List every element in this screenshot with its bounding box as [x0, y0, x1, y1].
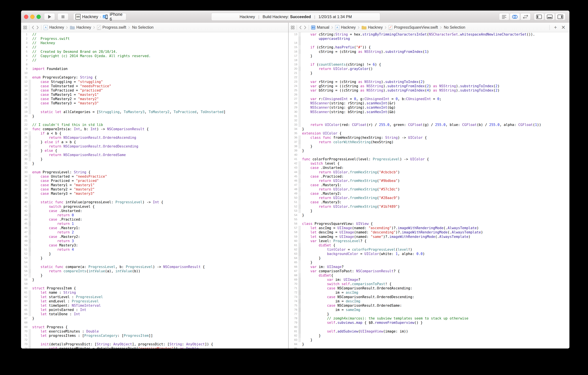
line-number: 39 — [21, 196, 29, 200]
line-number: 67 — [289, 269, 298, 273]
code-line: 66 var im: UIImage? — [289, 265, 569, 269]
xcode-window: 103 Hackney › iPhone 6 Hackney | Build H… — [21, 11, 569, 349]
code-line: 45 case .Practiced: — [289, 174, 569, 179]
focus-ribbon — [298, 230, 301, 234]
focus-ribbon — [298, 217, 301, 221]
focus-ribbon — [29, 247, 31, 252]
line-number: 33 — [21, 170, 29, 174]
run-button[interactable] — [44, 13, 55, 20]
code-line: 53 } — [21, 256, 288, 260]
focus-ribbon — [298, 118, 301, 123]
code-line: 76 im = sameImg — [289, 308, 569, 312]
line-number: 9 — [21, 67, 29, 71]
code-line: 73 case NSComparisonResult.OrderedDescen… — [289, 295, 569, 299]
minimize-window-button[interactable] — [30, 15, 34, 19]
focus-ribbon — [29, 174, 31, 179]
line-number: 40 — [289, 153, 298, 157]
line-number: 62 — [289, 247, 298, 252]
focus-ribbon — [298, 196, 301, 200]
focus-ribbon — [298, 157, 301, 161]
code-line: 14 — [289, 41, 569, 45]
code-line: 50 case Mastery3: — [21, 243, 288, 247]
code-line: 57 let ascImg = UIImage(named: "ascendin… — [289, 226, 569, 230]
line-number: 32 — [289, 118, 298, 123]
related-items-icon[interactable] — [23, 26, 27, 29]
status-project: Hackney — [240, 14, 255, 19]
scheme-selector[interactable]: 103 Hackney › iPhone 6 — [73, 13, 126, 20]
code-line: 50 return UIColor.fromHexString("#28aac9… — [289, 196, 569, 200]
add-assistant-editor-button[interactable]: + — [554, 25, 557, 30]
version-editor-button[interactable] — [520, 13, 531, 20]
focus-ribbon — [298, 260, 301, 265]
assistant-editor-button[interactable] — [510, 13, 520, 20]
focus-ribbon — [298, 75, 301, 79]
source-editor-right[interactable]: 13 var cString:String = hex.stringByTrim… — [289, 32, 569, 349]
focus-ribbon — [29, 316, 31, 320]
line-number: 57 — [289, 226, 298, 230]
toggle-navigator-button[interactable] — [534, 13, 544, 20]
line-number: 58 — [289, 230, 298, 234]
primary-editor-pane: A Hackney Hackney — [21, 23, 288, 349]
line-number: 51 — [21, 247, 29, 252]
focus-ribbon — [298, 213, 301, 217]
breadcrumb-group[interactable]: Hackney — [70, 25, 91, 30]
version-editor-icon — [523, 15, 528, 19]
focus-ribbon — [29, 114, 31, 118]
line-number: 74 — [21, 346, 29, 349]
forward-button[interactable] — [36, 25, 39, 30]
standard-editor-button[interactable] — [499, 13, 509, 20]
line-number: 48 — [21, 235, 29, 239]
stop-button[interactable] — [58, 13, 68, 20]
close-window-button[interactable] — [24, 15, 28, 19]
forward-button[interactable] — [304, 25, 306, 30]
focus-ribbon — [29, 110, 31, 114]
back-button[interactable] — [299, 25, 302, 30]
code-line: 38 } — [289, 144, 569, 148]
code-line: 70 switch self.comparisonToPast! { — [289, 282, 569, 286]
code-line: 61 let name : String — [21, 290, 288, 295]
breadcrumb-assistant-mode[interactable]: Manual — [311, 25, 329, 30]
focus-ribbon — [298, 247, 301, 252]
line-number: 72 — [21, 338, 29, 342]
status-timestamp: 1/20/15 at 1:34 PM — [318, 14, 352, 19]
line-number: 36 — [21, 183, 29, 187]
code-line: 85 — [289, 346, 569, 349]
code-line: 39 — [21, 196, 288, 200]
assistant-mode-icon — [311, 25, 315, 30]
line-number: 64 — [289, 256, 298, 260]
code-line: 74 self.exerciseMinutes = detailsProgres… — [21, 346, 288, 349]
code-line: 49 case .Mastery2: — [289, 191, 569, 196]
focus-ribbon — [29, 105, 31, 110]
breadcrumb-group[interactable]: Hackney — [362, 25, 383, 30]
breadcrumb-file[interactable]: SWIFT ProgressSquareView.swift — [388, 25, 438, 30]
code-line: 69 var im: UIImage? — [289, 277, 569, 282]
code-line: 72 im = ascImg — [289, 290, 569, 295]
status-build-result: Succeeded — [290, 14, 311, 19]
toggle-utilities-button[interactable] — [555, 13, 566, 20]
code-line: 3// Hackney — [21, 41, 288, 45]
debug-panel-icon — [547, 14, 553, 19]
code-line: 71 case NSComparisonResult.OrderedAscend… — [289, 286, 569, 290]
close-assistant-editor-button[interactable]: ✕ — [561, 25, 566, 30]
focus-ribbon — [29, 92, 31, 97]
breadcrumb-selection[interactable]: No Selection — [444, 25, 465, 30]
code-line: 29 return NSComparisonResult.OrderedSame — [21, 153, 288, 157]
line-number: 19 — [21, 110, 29, 114]
related-items-icon[interactable] — [291, 26, 294, 29]
breadcrumb-project[interactable]: A Hackney — [335, 25, 356, 30]
code-line: 42 case .Unstarted: — [21, 209, 288, 213]
focus-ribbon — [29, 312, 31, 316]
back-button[interactable] — [32, 25, 34, 30]
source-editor-left[interactable]: 1//2// Progress.swift3// Hackney4//5// C… — [21, 32, 288, 349]
breadcrumb-file[interactable]: SWIFT Progress.swift — [97, 25, 126, 30]
code-line: 23 var rString = (cString as NSString).s… — [289, 80, 569, 84]
toggle-debug-area-button[interactable] — [545, 13, 555, 20]
code-line: 16 case ToMastery2 = "mastery2" — [21, 97, 288, 101]
activity-viewer[interactable]: Hackney | Build Hackney:Succeeded | 1/20… — [211, 13, 380, 21]
breadcrumb-project[interactable]: A Hackney — [43, 25, 64, 30]
code-line: 39} — [289, 148, 569, 153]
zoom-window-button[interactable] — [36, 15, 41, 19]
focus-ribbon — [298, 140, 301, 144]
breadcrumb-selection[interactable]: No Selection — [132, 25, 153, 30]
focus-ribbon — [298, 235, 301, 239]
